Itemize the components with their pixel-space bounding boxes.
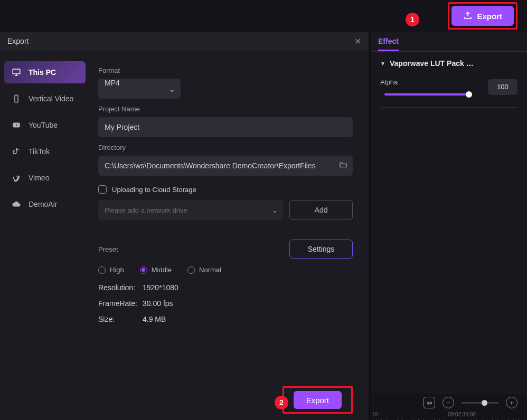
preset-normal-radio[interactable]: Normal (187, 266, 221, 274)
directory-label: Directory (98, 144, 353, 151)
dialog-title: Export (7, 37, 29, 45)
cloud-drive-select[interactable]: Please add a network drive ⌄ (98, 200, 283, 220)
effect-body: ▼ Vaporwave LUT Pack … Alpha 100 (371, 52, 527, 394)
alpha-label: Alpha (380, 78, 404, 86)
sidebar-item-this-pc[interactable]: This PC (4, 61, 86, 83)
cloud-icon (12, 199, 21, 209)
sidebar-item-label: YouTube (29, 121, 58, 129)
sidebar-item-label: Vimeo (29, 174, 49, 182)
radio-icon (187, 266, 195, 274)
cloud-check-row: Uploading to Cloud Storage (98, 185, 353, 194)
sidebar-item-label: Vertical Video (29, 94, 73, 103)
sidebar-item-vimeo[interactable]: Vimeo (4, 167, 86, 189)
tiktok-icon (12, 147, 21, 156)
dialog-header: Export ✕ (0, 32, 369, 51)
resolution-value: 1920*1080 (143, 283, 353, 292)
radio-icon (140, 266, 147, 274)
timeline-controls: ⇔ − + (371, 394, 527, 412)
fit-icon[interactable]: ⇔ (424, 397, 435, 408)
alpha-value[interactable]: 100 (488, 79, 517, 95)
format-select[interactable]: MP4 ⌄ (98, 79, 181, 99)
sidebar-item-label: TikTok (29, 147, 50, 156)
directory-input[interactable] (98, 156, 353, 176)
export-icon (463, 11, 473, 21)
zoom-out-button[interactable]: − (443, 397, 454, 408)
sidebar-item-demoair[interactable]: DemoAir (4, 193, 86, 215)
cloud-placeholder: Please add a network drive (105, 206, 187, 214)
export-top-label: Export (477, 12, 502, 21)
sidebar-item-tiktok[interactable]: TikTok (4, 140, 86, 163)
ruler-tick: 00:02:30:00 (448, 412, 476, 417)
effect-tabs: Effect (371, 32, 527, 52)
size-label: Size: (98, 315, 143, 323)
chevron-down-icon: ⌄ (272, 206, 278, 214)
ruler-tick: 10 (372, 412, 378, 417)
dialog-body: This PC Vertical Video YouTube TikTok Vi… (0, 51, 369, 380)
format-label: Format (98, 66, 353, 74)
sidebar-item-youtube[interactable]: YouTube (4, 114, 86, 136)
zoom-slider[interactable] (462, 402, 498, 404)
tab-effect[interactable]: Effect (378, 37, 399, 51)
export-form: Format MP4 ⌄ Project Name Directory Uplo (90, 51, 369, 380)
export-top-button[interactable]: Export (451, 6, 514, 26)
preset-radios: High Middle Normal (98, 266, 353, 274)
framerate-label: FrameRate: (98, 299, 143, 308)
callout-badge-2: 2 (275, 396, 288, 409)
footer-export-highlight: Export (283, 386, 353, 414)
export-info: Resolution: 1920*1080 FrameRate: 30.00 f… (98, 283, 353, 323)
zoom-in-button[interactable]: + (506, 397, 517, 408)
export-confirm-button[interactable]: Export (294, 391, 342, 409)
svg-rect-1 (15, 95, 18, 102)
project-name-input[interactable] (98, 117, 353, 137)
caret-down-icon: ▼ (380, 61, 385, 66)
divider (380, 107, 517, 108)
export-sidebar: This PC Vertical Video YouTube TikTok Vi… (0, 51, 90, 380)
cloud-check-label: Uploading to Cloud Storage (112, 186, 196, 194)
effect-panel: Effect ▼ Vaporwave LUT Pack … Alpha 100 (371, 32, 527, 420)
effect-section-toggle[interactable]: ▼ Vaporwave LUT Pack … (380, 59, 517, 68)
top-export-highlight: Export (448, 2, 517, 30)
settings-button[interactable]: Settings (289, 240, 353, 259)
cloud-checkbox[interactable] (98, 185, 107, 194)
alpha-slider[interactable] (384, 93, 469, 96)
app-topbar: Export (0, 0, 527, 32)
sidebar-item-vertical-video[interactable]: Vertical Video (4, 88, 86, 110)
radio-icon (98, 266, 106, 274)
monitor-icon (12, 68, 21, 77)
timeline: ⇔ − + 10 00:02:30:00 (371, 394, 527, 420)
divider (98, 232, 353, 232)
preset-label: Preset (98, 245, 118, 253)
preset-high-radio[interactable]: High (98, 266, 124, 274)
format-value: MP4 (98, 79, 181, 99)
preset-row: Preset Settings (98, 240, 353, 259)
effect-section-title: Vaporwave LUT Pack … (390, 59, 474, 68)
timeline-ruler[interactable]: 10 00:02:30:00 (371, 412, 527, 420)
export-dialog: Export ✕ This PC Vertical Video YouTube (0, 32, 369, 420)
sidebar-item-label: DemoAir (29, 200, 57, 208)
project-name-label: Project Name (98, 105, 353, 113)
youtube-icon (12, 120, 21, 130)
radio-label: High (110, 266, 124, 274)
main-area: Export ✕ This PC Vertical Video YouTube (0, 32, 527, 420)
size-value: 4.9 MB (143, 315, 353, 323)
vimeo-icon (12, 173, 21, 183)
framerate-value: 30.00 fps (143, 299, 353, 308)
sidebar-item-label: This PC (29, 68, 56, 77)
alpha-row: Alpha 100 (380, 78, 517, 96)
folder-icon[interactable] (339, 160, 347, 171)
callout-badge-1: 1 (406, 13, 419, 26)
phone-icon (12, 94, 21, 103)
resolution-label: Resolution: (98, 283, 143, 292)
cloud-row: Please add a network drive ⌄ Add (98, 200, 353, 220)
close-icon[interactable]: ✕ (354, 36, 361, 46)
svg-rect-0 (13, 69, 20, 74)
preset-middle-radio[interactable]: Middle (140, 266, 172, 274)
slider-thumb[interactable] (466, 91, 472, 98)
add-drive-button[interactable]: Add (289, 200, 353, 220)
radio-label: Normal (199, 266, 221, 274)
dialog-footer: Export (0, 380, 369, 420)
radio-label: Middle (152, 266, 172, 274)
